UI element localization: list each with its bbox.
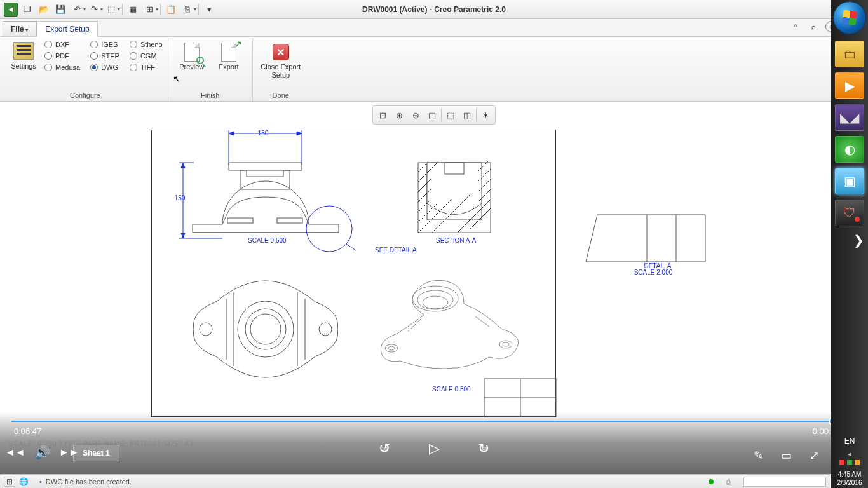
- format-stheno-radio[interactable]: Stheno: [130, 41, 163, 48]
- svg-rect-16: [277, 218, 302, 223]
- close-export-setup-button[interactable]: ✕ Close Export Setup: [258, 39, 304, 81]
- format-medusa-radio[interactable]: Medusa: [44, 64, 80, 71]
- svg-point-45: [238, 301, 294, 357]
- undo-icon[interactable]: ↶: [70, 3, 84, 17]
- selection-filter-icon[interactable]: ⊞: [4, 477, 15, 487]
- svg-marker-8: [181, 163, 185, 168]
- status-message: DWG file has been created.: [46, 478, 132, 485]
- taskbar-app3-icon[interactable]: ◣◢: [835, 104, 864, 131]
- taskbar-creo-icon[interactable]: ▣: [835, 168, 864, 194]
- format-dwg-radio[interactable]: DWG: [90, 64, 119, 71]
- windows-taskbar: 🗀 ▶ ◣◢ ◐ ▣ 🛡 ❯ EN ◄ 4:45 AM 2/3/2016: [831, 0, 868, 488]
- svg-marker-3: [229, 132, 234, 135]
- finish-group: Preview ↗ Export Finish: [168, 38, 253, 101]
- start-button[interactable]: [833, 1, 866, 34]
- svg-marker-4: [297, 132, 302, 135]
- format-dxf-radio[interactable]: DXF: [44, 41, 80, 48]
- cast-icon[interactable]: ▭: [781, 449, 792, 463]
- taskbar-media-icon[interactable]: ▶: [835, 72, 864, 99]
- quick-access-toolbar: ◄ ❐ 📂 💾 ↶▾ ↷▾ ⬚▾ ▦ ⊞▾ 📋 ⎘▾ ▾ DRW0001 (Ac…: [0, 0, 868, 19]
- status-indicator-icon: [709, 479, 714, 484]
- tray-icon-2[interactable]: [847, 460, 852, 465]
- edit-icon[interactable]: ✎: [754, 449, 763, 463]
- collapse-ribbon-icon[interactable]: ^: [790, 21, 801, 32]
- close-win-icon[interactable]: ⊞: [142, 3, 156, 17]
- exit-fullscreen-icon[interactable]: ⤢: [810, 449, 819, 463]
- svg-point-54: [412, 286, 458, 311]
- skip-back-button[interactable]: ↺10: [373, 440, 396, 457]
- search-commands-icon[interactable]: ⌕: [808, 21, 819, 32]
- svg-point-58: [388, 346, 395, 350]
- tray-icon-3[interactable]: [855, 460, 860, 465]
- taskbar-shield-icon[interactable]: 🛡: [835, 200, 864, 226]
- model-tree-icon[interactable]: 🌐: [18, 477, 29, 487]
- tray-collapse-icon[interactable]: ◄: [846, 451, 853, 458]
- open-icon[interactable]: 📂: [37, 3, 51, 17]
- copy-icon[interactable]: ⎘: [180, 3, 194, 17]
- taskbar-overflow-icon[interactable]: ❯: [853, 233, 868, 248]
- tray-icon-1[interactable]: [839, 460, 844, 465]
- format-pdf-radio[interactable]: PDF: [44, 52, 80, 60]
- export-setup-tab[interactable]: Export Setup: [37, 21, 97, 37]
- back-icon[interactable]: ◄: [4, 3, 18, 17]
- svg-point-60: [503, 342, 509, 346]
- svg-text:150: 150: [175, 194, 186, 201]
- done-group: ✕ Close Export Setup Done: [253, 38, 309, 101]
- svg-point-57: [385, 344, 398, 352]
- svg-rect-12: [229, 163, 302, 170]
- file-tab[interactable]: File: [3, 21, 37, 36]
- regen-icon[interactable]: ⬚: [104, 3, 118, 17]
- preview-button[interactable]: Preview: [173, 39, 210, 73]
- taskbar-clock[interactable]: 4:45 AM 2/3/2016: [837, 470, 862, 487]
- system-tray[interactable]: [839, 460, 860, 465]
- svg-line-19: [346, 244, 356, 250]
- svg-point-59: [499, 341, 512, 348]
- skip-forward-button[interactable]: ↻30: [472, 440, 495, 457]
- svg-text:SCALE  2.000: SCALE 2.000: [634, 269, 673, 276]
- redo-icon[interactable]: ↷: [87, 3, 101, 17]
- svg-text:SCALE  0.500: SCALE 0.500: [432, 386, 471, 393]
- format-iges-radio[interactable]: IGES: [90, 41, 119, 48]
- svg-point-49: [319, 323, 332, 336]
- status-dropdown[interactable]: [743, 477, 826, 487]
- taskbar-app4-icon[interactable]: ◐: [835, 136, 864, 163]
- svg-text:SECTION  A-A: SECTION A-A: [436, 237, 477, 244]
- play-button[interactable]: ▷: [423, 440, 445, 457]
- new-window-icon[interactable]: ❐: [20, 3, 34, 17]
- export-button[interactable]: ↗ Export: [210, 39, 247, 73]
- ribbon-tabs: File Export Setup ^ ⌕ ○▾ ?: [0, 19, 868, 37]
- format-tiff-radio[interactable]: TIFF: [130, 64, 163, 71]
- configure-group: Settings DXF PDF Medusa IGES STEP DWG St…: [3, 38, 168, 101]
- taskbar-explorer-icon[interactable]: 🗀: [835, 41, 864, 67]
- svg-point-55: [417, 290, 453, 309]
- ribbon-panel: Settings DXF PDF Medusa IGES STEP DWG St…: [0, 37, 868, 102]
- svg-text:SCALE  0.500: SCALE 0.500: [248, 237, 287, 244]
- status-bar: ⊞ 🌐 • DWG file has been created. ⎙: [0, 474, 830, 488]
- language-indicator[interactable]: EN: [844, 437, 855, 445]
- format-step-radio[interactable]: STEP: [90, 52, 119, 60]
- customize-icon[interactable]: ▾: [202, 3, 216, 17]
- svg-text:150: 150: [258, 130, 269, 137]
- format-cgm-radio[interactable]: CGM: [130, 52, 163, 60]
- svg-text:SEE DETAIL  A: SEE DETAIL A: [375, 247, 417, 254]
- svg-point-56: [423, 296, 448, 309]
- svg-point-48: [200, 323, 212, 336]
- clipboard-icon[interactable]: 📋: [164, 3, 178, 17]
- window-title: DRW0001 (Active) - Creo Parametric 2.0: [362, 5, 506, 14]
- svg-point-47: [250, 314, 281, 344]
- svg-marker-9: [181, 233, 185, 238]
- drawing-content: 150 150 SCALE 0.500 SEE DETAIL A: [0, 102, 712, 432]
- status-tool-icon[interactable]: ⎙: [726, 478, 731, 485]
- svg-rect-17: [227, 218, 253, 223]
- windows-icon[interactable]: ▦: [126, 3, 140, 17]
- svg-line-29: [418, 200, 431, 212]
- svg-point-18: [306, 206, 352, 252]
- svg-rect-14: [247, 170, 283, 177]
- svg-point-46: [245, 309, 286, 349]
- drawing-canvas[interactable]: ⊡ ⊕ ⊖ ▢ ⬚ ◫ ✶ 150 150: [0, 102, 868, 440]
- svg-line-38: [470, 208, 491, 229]
- settings-button[interactable]: Settings: [8, 39, 39, 70]
- save-icon[interactable]: 💾: [53, 3, 67, 17]
